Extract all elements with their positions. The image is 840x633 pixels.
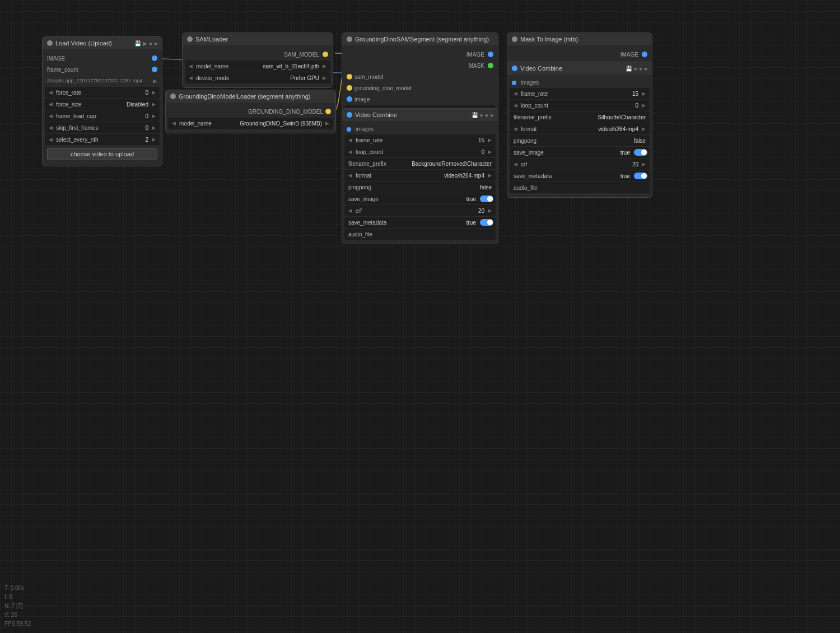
sam-model-name-arrow-right[interactable]: ▶	[321, 63, 328, 69]
sam-model-connector[interactable]	[323, 52, 328, 57]
mask-to-image-port-image-out: IMAGE	[507, 49, 652, 60]
vc1-loop-count-arrow-left[interactable]: ◀	[347, 149, 354, 155]
vc1-icon-play[interactable]: ●	[480, 112, 483, 118]
vc2-images-connector[interactable]	[512, 81, 516, 85]
grounding-dino-model-connector[interactable]	[325, 109, 331, 114]
video-combine-2-title: Video Combine	[520, 65, 562, 72]
vc1-save-metadata-toggle[interactable]	[480, 219, 493, 226]
icon-play[interactable]: ▶	[143, 40, 147, 46]
sam-model-name-row: ◀ model_name sam_vit_b_01ec64.pth ▶	[185, 60, 330, 72]
vc1-format-arrow-right[interactable]: ▶	[486, 173, 493, 178]
grounding-model-loader-header: GroundingDinoModelLoader (segment anythi…	[166, 90, 335, 103]
vc1-save-metadata-label: save_metadata	[347, 220, 465, 226]
vc1-crf-arrow-left[interactable]: ◀	[347, 208, 354, 213]
select-every-nth-arrow-right[interactable]: ▶	[150, 137, 157, 142]
vc2-frame-rate-label: frame_rate	[519, 91, 631, 97]
vc2-images-text: images	[521, 80, 539, 86]
force-rate-value: 0	[143, 90, 150, 96]
vc1-frame-rate-row: ◀ frame_rate 15 ▶	[344, 134, 496, 146]
status-time: T: 0.00s	[4, 584, 31, 593]
vc2-frame-rate-arrow-left[interactable]: ◀	[512, 91, 519, 96]
vc1-loop-count-arrow-right[interactable]: ▶	[486, 149, 493, 155]
vc2-format-row: ◀ format video/h264-mp4 ▶	[510, 123, 650, 134]
vc2-frame-rate-row: ◀ frame_rate 15 ▶	[510, 88, 650, 99]
play-icon[interactable]: ▶	[153, 78, 157, 84]
vc1-loop-count-row: ◀ loop_count 0 ▶	[344, 146, 496, 157]
grounding-model-name-arrow-right[interactable]: ▶	[324, 120, 331, 126]
load-video-node: Load Video (Upload) 💾 ▶ ● ● IMAGE frame_…	[42, 36, 162, 166]
vc1-icon-more[interactable]: ●	[490, 112, 493, 118]
choose-video-button[interactable]: choose video to upload	[47, 148, 157, 160]
vc2-loop-count-arrow-left[interactable]: ◀	[512, 103, 519, 108]
vc2-save-image-toggle[interactable]	[634, 149, 647, 156]
sam-device-mode-arrow-left[interactable]: ◀	[187, 75, 194, 81]
segment-sam-model-in-connector[interactable]	[347, 74, 352, 80]
vc2-loop-count-arrow-right[interactable]: ▶	[640, 103, 647, 108]
segment-grounding-in-connector[interactable]	[347, 85, 352, 91]
select-every-nth-row: ◀ select_every_nth 2 ▶	[45, 134, 160, 145]
segment-port-image-out: IMAGE	[342, 49, 498, 60]
segment-image-out-connector[interactable]	[488, 52, 493, 57]
frame-load-cap-arrow-right[interactable]: ▶	[150, 113, 157, 119]
vc1-images-label: images	[342, 124, 498, 134]
skip-first-frames-label: skip_first_frames	[54, 125, 143, 131]
icon-save[interactable]: 💾	[134, 40, 141, 46]
segment-mask-out-connector[interactable]	[488, 63, 493, 68]
force-rate-arrow-right[interactable]: ▶	[150, 90, 157, 95]
vc2-icon-settings[interactable]: ●	[639, 66, 642, 72]
sam-model-name-arrow-left[interactable]: ◀	[187, 63, 194, 69]
video-combine-2-content: images ◀ frame_rate 15 ▶ ◀ loop_count 0 …	[507, 75, 652, 197]
vc1-save-metadata-value: true	[465, 220, 478, 226]
sam-device-mode-arrow-right[interactable]: ▶	[321, 75, 328, 81]
port-image-label: IMAGE	[47, 55, 150, 62]
vc1-format-arrow-left[interactable]: ◀	[347, 173, 354, 178]
mask-to-image-dot	[512, 36, 517, 42]
force-size-arrow-left[interactable]: ◀	[47, 101, 54, 107]
vc1-pingpong-label: pingpong	[347, 184, 478, 190]
icon-settings[interactable]: ●	[149, 40, 152, 46]
vc2-icon-save[interactable]: 💾	[626, 66, 632, 72]
vc2-format-arrow-left[interactable]: ◀	[512, 126, 519, 132]
vc2-icon-more[interactable]: ●	[644, 66, 647, 72]
vc1-frame-rate-arrow-right[interactable]: ▶	[486, 137, 493, 143]
vc1-icon-save[interactable]: 💾	[472, 112, 478, 118]
skip-first-frames-arrow-left[interactable]: ◀	[47, 125, 54, 131]
port-frame-count-connector[interactable]	[152, 67, 157, 72]
skip-first-frames-arrow-right[interactable]: ▶	[150, 125, 157, 131]
vc1-crf-arrow-right[interactable]: ▶	[486, 208, 493, 213]
video-combine-1-icons: 💾 ● ● ●	[472, 112, 493, 118]
vc1-save-image-toggle[interactable]	[480, 196, 493, 202]
video-combine-2-icons: 💾 ● ● ●	[626, 66, 647, 72]
icon-more[interactable]: ●	[154, 40, 157, 46]
vc2-format-label: format	[519, 126, 596, 132]
grounding-model-name-value: GroundingDINO_SwinB (938MB)	[238, 120, 324, 127]
segment-image-in-connector[interactable]	[347, 96, 352, 102]
vc2-crf-arrow-left[interactable]: ◀	[512, 161, 519, 167]
force-rate-row: ◀ force_rate 0 ▶	[45, 87, 160, 98]
vc2-loop-count-value: 0	[633, 103, 640, 109]
vc2-format-arrow-right[interactable]: ▶	[640, 126, 647, 132]
vc1-icon-settings[interactable]: ●	[485, 112, 488, 118]
vc2-format-value: video/h264-mp4	[596, 126, 640, 132]
force-size-row: ◀ force_size Disabled ▶	[45, 99, 160, 110]
vc2-icon-play[interactable]: ●	[634, 66, 637, 72]
force-size-arrow-right[interactable]: ▶	[150, 101, 157, 107]
force-rate-arrow-left[interactable]: ◀	[47, 90, 54, 95]
video-combine-1-node: Video Combine 💾 ● ● ● images ◀ frame_rat…	[342, 108, 498, 244]
vc2-save-metadata-toggle[interactable]	[634, 173, 647, 179]
vc2-crf-arrow-right[interactable]: ▶	[640, 161, 647, 167]
port-image-connector[interactable]	[152, 55, 157, 61]
force-size-label: force_size	[54, 101, 125, 108]
sam-loader-content: SAM_MODEL ◀ model_name sam_vit_b_01ec64.…	[183, 45, 333, 87]
port-row-frame-count: frame_count	[43, 64, 162, 75]
vc1-format-value: video/h264-mp4	[442, 173, 486, 179]
vc2-frame-rate-arrow-right[interactable]: ▶	[640, 91, 647, 96]
vc1-frame-rate-arrow-left[interactable]: ◀	[347, 137, 354, 143]
video-combine-1-content: images ◀ frame_rate 15 ▶ ◀ loop_count 0 …	[342, 121, 498, 244]
vc1-pingpong-row: pingpong false	[344, 181, 496, 193]
vc1-images-connector[interactable]	[347, 127, 351, 132]
grounding-model-name-arrow-left[interactable]: ◀	[170, 120, 178, 126]
mask-to-image-image-out-connector[interactable]	[642, 52, 647, 57]
frame-load-cap-arrow-left[interactable]: ◀	[47, 113, 54, 119]
select-every-nth-arrow-left[interactable]: ◀	[47, 137, 54, 142]
